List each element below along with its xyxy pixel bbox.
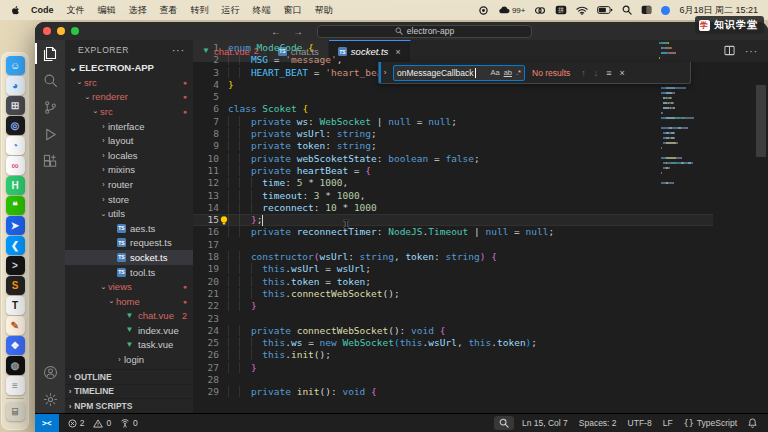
find-status-button[interactable] — [494, 416, 514, 430]
tree-item-utils[interactable]: ⌄utils — [65, 206, 193, 221]
menu-5[interactable]: 转到 — [191, 5, 209, 15]
dock-icon-art-app[interactable]: ✎ — [6, 316, 25, 335]
nav-forward-button[interactable]: → — [293, 26, 303, 37]
tree-item-login[interactable]: ›login — [65, 352, 193, 367]
tree-item-interface[interactable]: ›interface — [65, 119, 193, 134]
tree-item-task-vue[interactable]: ▼task.vue — [65, 338, 193, 353]
tree-item-store[interactable]: ›store — [65, 192, 193, 207]
eol-setting[interactable]: LF — [663, 418, 673, 428]
tree-item-router[interactable]: ›router — [65, 177, 193, 192]
tree-item-layout[interactable]: ›layout — [65, 133, 193, 148]
menu-8[interactable]: 窗口 — [284, 5, 302, 15]
language-mode[interactable]: {} TypeScript — [684, 418, 737, 428]
menu-9[interactable]: 帮助 — [315, 5, 333, 15]
menu-3[interactable]: 选择 — [129, 5, 147, 15]
menu-datetime[interactable]: 6月18日 周二 15:21 — [679, 4, 758, 17]
whole-word-toggle[interactable]: ab — [504, 68, 512, 77]
minimize-window-button[interactable] — [57, 27, 65, 35]
tree-item-socket-ts[interactable]: TSsocket.ts — [65, 250, 193, 265]
nav-back-button[interactable]: ← — [271, 26, 281, 37]
dock-icon-wechat[interactable]: ❝ — [6, 196, 25, 215]
tree-item-request-ts[interactable]: TSrequest.ts — [65, 236, 193, 251]
dock-icon-notes-app[interactable]: ≡ — [6, 376, 25, 395]
tree-item-mixins[interactable]: ›mixins — [65, 163, 193, 178]
remote-indicator[interactable]: >< — [35, 414, 59, 432]
section-outline[interactable]: ›OUTLINE — [65, 369, 193, 384]
editor-more-actions-icon[interactable]: ··· — [745, 46, 758, 57]
dock-icon-launchpad[interactable]: ⊞ — [6, 96, 25, 115]
activity-explorer[interactable] — [35, 40, 65, 67]
input-method-icon[interactable]: 拼 — [555, 5, 567, 15]
link-loops-icon[interactable] — [534, 6, 546, 15]
dock-icon-typora[interactable]: T — [6, 296, 25, 315]
indentation-setting[interactable]: Spaces: 2 — [579, 418, 617, 428]
dock-icon-sublime-text[interactable]: S — [6, 276, 25, 295]
dock-icon-meeting-app[interactable]: ❖ — [6, 336, 25, 355]
battery-icon[interactable] — [597, 6, 613, 14]
settings-gear-icon[interactable] — [35, 386, 65, 413]
wifi-icon[interactable] — [576, 6, 588, 15]
notifications-bell[interactable] — [748, 418, 757, 428]
encoding-setting[interactable]: UTF-8 — [628, 418, 652, 428]
apple-logo-icon[interactable] — [10, 5, 21, 16]
tree-item-home[interactable]: ⌄home● — [65, 294, 193, 309]
cloud-sync-icon[interactable]: 99+ — [497, 6, 526, 15]
menu-1[interactable]: 文件 — [67, 5, 85, 15]
activity-source-control[interactable] — [35, 94, 65, 121]
tree-item-views[interactable]: ⌄views● — [65, 279, 193, 294]
dock-icon-safari[interactable]: ◕ — [6, 76, 25, 95]
account-icon[interactable] — [35, 359, 65, 386]
tree-item-tool-ts[interactable]: TStool.ts — [65, 265, 193, 280]
close-find-button[interactable]: × — [620, 68, 625, 78]
command-center-search[interactable]: electron-app — [317, 25, 532, 38]
section-timeline[interactable]: ›TIMELINE — [65, 384, 193, 399]
match-case-toggle[interactable]: Aa — [490, 68, 499, 77]
dock-icon-disk-app[interactable]: ◍ — [6, 356, 25, 375]
menu-6[interactable]: 运行 — [222, 5, 240, 15]
activity-search[interactable] — [35, 67, 65, 94]
dock-icon-finder[interactable]: ☺ — [6, 56, 25, 75]
activity-run-debug[interactable] — [35, 121, 65, 148]
tree-item-index-vue[interactable]: ▼index.vue — [65, 323, 193, 338]
tree-item-src[interactable]: ⌄src● — [65, 75, 193, 90]
menu-7[interactable]: 终端 — [253, 5, 271, 15]
find-previous-button[interactable]: ↑ — [581, 68, 586, 78]
regex-toggle[interactable]: .* — [516, 68, 521, 77]
find-input[interactable]: onMessageCallback Aa ab .* — [393, 65, 525, 81]
tree-root-electron-app[interactable]: ⌄ ELECTRON-APP — [65, 60, 193, 75]
lemon-monitor-icon[interactable] — [661, 6, 670, 15]
tree-item-locales[interactable]: ›locales — [65, 148, 193, 163]
menu-4[interactable]: 查看 — [160, 5, 178, 15]
problems-errors[interactable]: 2 — [68, 418, 85, 428]
dock-icon-terminal[interactable]: > — [6, 256, 25, 275]
lightbulb-icon[interactable] — [220, 216, 228, 224]
split-editor-icon[interactable] — [724, 42, 735, 60]
spotlight-icon[interactable] — [622, 5, 632, 15]
problems-warnings[interactable]: 0 — [93, 418, 111, 428]
zoom-window-button[interactable] — [71, 27, 79, 35]
find-next-button[interactable]: ↓ — [594, 68, 599, 78]
tree-item-aes-ts[interactable]: TSaes.ts — [65, 221, 193, 236]
explorer-more-actions-button[interactable]: ··· — [172, 45, 185, 56]
tree-item-renderer[interactable]: ⌄renderer● — [65, 90, 193, 105]
tree-item-chat-vue[interactable]: ▼chat.vue2 — [65, 309, 193, 324]
editor-scrollbar[interactable] — [756, 85, 766, 157]
user-switch-icon[interactable] — [641, 5, 652, 15]
code-editor[interactable]: 1enum ModeCode {2 MSG = 'message',3 HEAR… — [193, 40, 713, 413]
dock-icon-chrome[interactable]: ◔ — [6, 136, 25, 155]
section-npm-scripts[interactable]: ›NPM SCRIPTS — [65, 398, 193, 413]
minimap[interactable] — [659, 42, 695, 413]
close-window-button[interactable] — [43, 27, 51, 35]
tree-item-src[interactable]: ⌄src● — [65, 104, 193, 119]
toggle-replace-button[interactable]: › — [379, 62, 389, 83]
menu-app[interactable]: Code — [31, 5, 54, 15]
ports-indicator[interactable]: 0 — [120, 418, 138, 428]
dock-icon-camera-app[interactable]: ◎ — [6, 116, 25, 135]
dock-icon-hbuilderx[interactable]: H — [6, 176, 25, 195]
find-in-selection-button[interactable]: ≡ — [606, 68, 611, 78]
activity-extensions[interactable] — [35, 148, 65, 175]
dock-icon-mail-app[interactable]: ➤ — [6, 216, 25, 235]
record-icon[interactable] — [479, 6, 488, 15]
cursor-position[interactable]: Ln 15, Col 7 — [522, 418, 568, 428]
dock-icon-trash[interactable]: ⌸ — [6, 402, 25, 421]
